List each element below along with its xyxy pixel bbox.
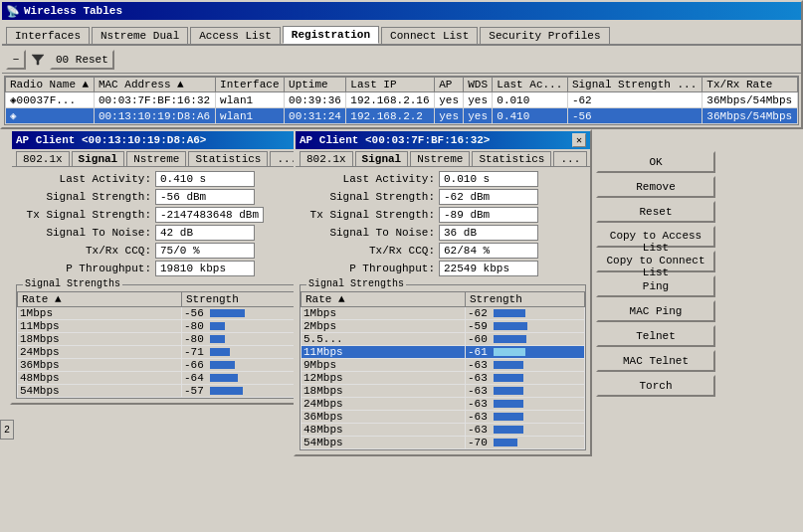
tab-connect-list[interactable]: Connect List xyxy=(381,27,478,44)
signal-row[interactable]: 36Mbps -63 xyxy=(301,411,585,424)
signal-cell-rate: 2Mbps xyxy=(301,320,466,333)
dialog1-tab-statistics[interactable]: Statistics xyxy=(188,151,268,166)
dialog2-tab-more[interactable]: ... xyxy=(553,151,587,166)
col-interface[interactable]: Interface xyxy=(216,78,285,92)
signal-row[interactable]: 48Mbps -63 xyxy=(301,424,585,437)
dialog2-col-strength[interactable]: Strength xyxy=(466,292,585,307)
signal-row[interactable]: 9Mbps -63 xyxy=(301,359,585,372)
dialog2-signal-header: Rate ▲ Strength xyxy=(301,292,585,307)
dialog2-value-last-activity: 0.010 s xyxy=(439,171,538,187)
dialog2-tab-statistics[interactable]: Statistics xyxy=(472,151,551,166)
tab-interfaces[interactable]: Interfaces xyxy=(6,27,90,44)
dialog2-tab-nstreme[interactable]: Nstreme xyxy=(410,151,470,166)
signal-row[interactable]: 11Mbps -61 xyxy=(301,346,585,359)
dialog1-tab-8021x[interactable]: 802.1x xyxy=(16,151,70,166)
signal-row[interactable]: 12Mbps -63 xyxy=(301,372,585,385)
signal-row[interactable]: 54Mbps -70 xyxy=(301,437,585,449)
tab-access-list[interactable]: Access List xyxy=(190,27,281,44)
dialog1-value-throughput: 19810 kbps xyxy=(155,261,255,276)
signal-row[interactable]: 11Mbps -80 xyxy=(18,320,301,333)
ok-button[interactable]: OK xyxy=(596,151,715,173)
signal-row[interactable]: 1Mbps -62 xyxy=(301,307,585,320)
signal-bar xyxy=(210,361,235,369)
signal-bar xyxy=(494,335,526,343)
tab-nstreme-dual[interactable]: Nstreme Dual xyxy=(92,27,188,44)
tab-registration[interactable]: Registration xyxy=(283,26,379,44)
dialog2-close-button[interactable]: ✕ xyxy=(572,133,586,147)
cell-last-ip: 192.168.2.16 xyxy=(346,92,435,108)
dialog1-value-tx-signal: -2147483648 dBm xyxy=(155,207,264,223)
reset-button[interactable]: Reset xyxy=(596,201,715,223)
col-mac[interactable]: MAC Address ▲ xyxy=(94,78,215,92)
signal-cell-rate: 36Mbps xyxy=(18,359,182,372)
signal-cell-strength: -56 xyxy=(182,307,301,320)
mac-telnet-button[interactable]: MAC Telnet xyxy=(596,350,715,372)
dialog-ap-client-1: AP Client <00:13:10:19:D8:A6> 802.1x Sig… xyxy=(10,129,308,405)
signal-row[interactable]: 18Mbps -63 xyxy=(301,385,585,398)
col-uptime[interactable]: Uptime xyxy=(285,78,346,92)
dialog1-signal-header: Rate ▲ Strength xyxy=(18,292,301,307)
signal-cell-rate: 11Mbps xyxy=(301,346,466,359)
col-ap[interactable]: AP xyxy=(435,78,464,92)
title-bar-icon: 📡 xyxy=(6,5,20,18)
dialog1-tab-signal[interactable]: Signal xyxy=(72,151,125,166)
col-signal[interactable]: Signal Strength ... xyxy=(567,78,702,92)
dialog1-label-tx-signal: Tx Signal Strength: xyxy=(16,209,155,221)
signal-row[interactable]: 2Mbps -59 xyxy=(301,320,585,333)
dialog1-label-ccq: Tx/Rx CCQ: xyxy=(16,245,155,257)
col-last-ac[interactable]: Last Ac... xyxy=(493,78,568,92)
col-last-ip[interactable]: Last IP xyxy=(346,78,435,92)
title-bar: 📡 Wireless Tables xyxy=(2,2,801,20)
dialog1-col-strength[interactable]: Strength xyxy=(182,292,301,307)
signal-cell-strength: -63 xyxy=(466,411,585,424)
remove-button[interactable]: Remove xyxy=(596,176,715,198)
signal-cell-rate: 54Mbps xyxy=(18,385,182,398)
cell-mac: 00:13:10:19:D8:A6 xyxy=(94,108,215,124)
torch-button[interactable]: Torch xyxy=(596,375,715,397)
signal-row[interactable]: 5.5... -60 xyxy=(301,333,585,346)
signal-row[interactable]: 36Mbps -66 xyxy=(18,359,301,372)
signal-row[interactable]: 54Mbps -57 xyxy=(18,385,301,398)
telnet-button[interactable]: Telnet xyxy=(596,325,715,347)
signal-row[interactable]: 1Mbps -56 xyxy=(18,307,301,320)
signal-bar xyxy=(210,348,230,356)
signal-row[interactable]: 18Mbps -80 xyxy=(18,333,301,346)
signal-cell-strength: -63 xyxy=(466,398,585,411)
dialog2-signal-title: Signal Strengths xyxy=(306,278,406,289)
app-wrapper: 📡 Wireless Tables Interfaces Nstreme Dua… xyxy=(0,0,803,532)
remove-button[interactable]: − xyxy=(6,50,26,70)
table-row[interactable]: ◈00037F... 00:03:7F:BF:16:32 wlan1 00:39… xyxy=(6,92,798,108)
signal-bar xyxy=(494,439,517,446)
reset-button[interactable]: 00 Reset xyxy=(50,50,114,70)
dialog2-signal-table-container: Rate ▲ Strength 1Mbps -62 2Mbps -59 5.5.… xyxy=(301,291,585,449)
ping-button[interactable]: Ping xyxy=(596,275,715,297)
col-txrx[interactable]: Tx/Rx Rate xyxy=(703,78,798,92)
signal-cell-strength: -63 xyxy=(466,385,585,398)
dialog2-tab-signal[interactable]: Signal xyxy=(355,151,409,166)
tab-security-profiles[interactable]: Security Profiles xyxy=(480,27,609,44)
dialog2-field-ccq: Tx/Rx CCQ: 62/84 % xyxy=(300,243,586,259)
signal-cell-rate: 18Mbps xyxy=(18,333,182,346)
signal-row[interactable]: 48Mbps -64 xyxy=(18,372,301,385)
copy-access-list-button[interactable]: Copy to Access List xyxy=(596,226,715,248)
col-radio-name[interactable]: Radio Name ▲ xyxy=(6,78,95,92)
filter-button[interactable] xyxy=(28,50,48,70)
mac-ping-button[interactable]: MAC Ping xyxy=(596,300,715,322)
dialog2-tab-8021x[interactable]: 802.1x xyxy=(300,151,353,166)
dialog1-tab-nstreme[interactable]: Nstreme xyxy=(126,151,186,166)
copy-connect-list-button[interactable]: Copy to Connect List xyxy=(596,251,715,272)
signal-row[interactable]: 24Mbps -71 xyxy=(18,346,301,359)
cell-radio-name: ◈00037F... xyxy=(6,92,95,108)
dialog-ap-client-2: AP Client <00:03:7F:BF:16:32> ✕ 802.1x S… xyxy=(294,129,592,456)
signal-bar xyxy=(494,413,523,421)
cell-wds: yes xyxy=(464,108,493,124)
signal-bar xyxy=(210,387,243,395)
cell-wds: yes xyxy=(464,92,493,108)
col-wds[interactable]: WDS xyxy=(464,78,493,92)
dialog2-col-rate[interactable]: Rate ▲ xyxy=(301,292,466,307)
dialog1-col-rate[interactable]: Rate ▲ xyxy=(18,292,182,307)
signal-cell-rate: 48Mbps xyxy=(18,372,182,385)
registration-table: Radio Name ▲ MAC Address ▲ Interface Upt… xyxy=(4,76,799,125)
table-row[interactable]: ◈ 00:13:10:19:D8:A6 wlan1 00:31:24 192.1… xyxy=(6,108,798,124)
signal-row[interactable]: 24Mbps -63 xyxy=(301,398,585,411)
